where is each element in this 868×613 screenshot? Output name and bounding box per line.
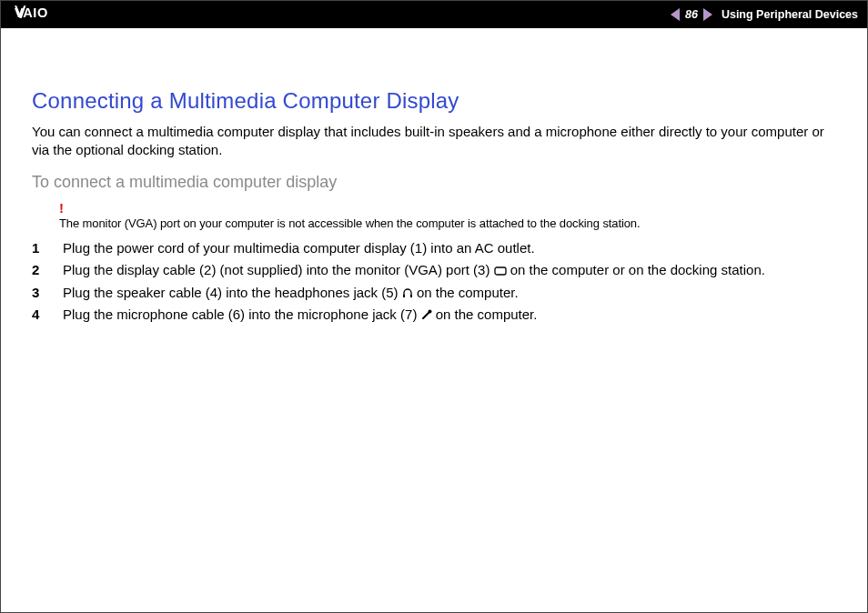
headphones-icon: [402, 287, 413, 298]
step-item: Plug the microphone cable (6) into the m…: [32, 305, 836, 326]
document-page: VAIO 86 Using Peripheral Devices Connect…: [0, 0, 868, 613]
warning-icon: !: [59, 201, 836, 215]
svg-point-5: [428, 310, 431, 314]
svg-line-4: [423, 312, 429, 318]
microphone-icon: [421, 309, 432, 320]
vaio-logo: VAIO: [10, 5, 101, 25]
svg-rect-2: [403, 295, 405, 297]
warning-text: The monitor (VGA) port on your computer …: [59, 216, 641, 230]
section-title: Using Peripheral Devices: [722, 8, 858, 21]
vga-port-icon: [494, 266, 507, 276]
step-text: Plug the display cable (2) (not supplied…: [63, 262, 494, 277]
step-text: on the computer or on the docking statio…: [507, 262, 765, 277]
step-text: Plug the power cord of your multimedia c…: [63, 240, 535, 256]
header-bar: VAIO 86 Using Peripheral Devices: [1, 1, 867, 28]
step-item: Plug the speaker cable (4) into the head…: [32, 283, 836, 304]
svg-text:VAIO: VAIO: [15, 5, 48, 20]
subheading: To connect a multimedia computer display: [32, 173, 836, 192]
warning-note: ! The monitor (VGA) port on your compute…: [59, 201, 836, 231]
svg-rect-1: [495, 267, 506, 275]
svg-rect-3: [410, 295, 412, 297]
next-page-arrow-icon[interactable]: [703, 8, 712, 21]
page-number: 86: [685, 8, 698, 21]
intro-paragraph: You can connect a multimedia computer di…: [32, 123, 836, 160]
steps-list: Plug the power cord of your multimedia c…: [32, 238, 836, 326]
step-text: on the computer.: [413, 285, 519, 300]
page-title: Connecting a Multimedia Computer Display: [32, 88, 836, 114]
step-item: Plug the display cable (2) (not supplied…: [32, 260, 836, 281]
header-nav: 86 Using Peripheral Devices: [671, 8, 858, 21]
step-text: Plug the speaker cable (4) into the head…: [63, 285, 402, 300]
prev-page-arrow-icon[interactable]: [671, 8, 680, 21]
step-text: on the computer.: [432, 306, 538, 322]
step-item: Plug the power cord of your multimedia c…: [32, 238, 836, 259]
step-text: Plug the microphone cable (6) into the m…: [63, 306, 421, 322]
page-content: Connecting a Multimedia Computer Display…: [1, 28, 867, 326]
